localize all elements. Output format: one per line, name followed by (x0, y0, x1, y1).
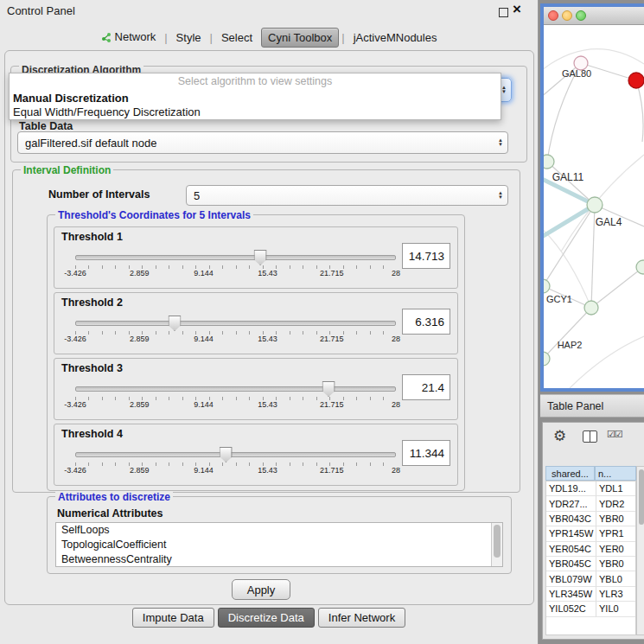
node-gal11[interactable] (544, 155, 554, 169)
node-gal4[interactable] (587, 197, 603, 213)
cell: YBR043C (546, 512, 596, 526)
scale-tick-label: -3.426 (64, 335, 86, 343)
checkbox-filter-icon[interactable]: ☑☑ (607, 429, 622, 440)
close-traffic-light-icon[interactable] (548, 10, 558, 21)
zoom-traffic-light-icon[interactable] (576, 10, 586, 21)
tab-infer-network[interactable]: Infer Network (318, 608, 405, 628)
tab-impute-data[interactable]: Impute Data (132, 608, 214, 628)
list-item[interactable]: SelfLoops (56, 523, 502, 538)
cell: YBR045C (546, 557, 596, 571)
tab-style[interactable]: Style (170, 29, 207, 47)
numerical-attributes-label: Numerical Attributes (57, 507, 163, 520)
list-scrollbar[interactable] (491, 523, 502, 566)
slider-scale-labels: -3.4262.8599.14415.4321.71528 (75, 400, 396, 409)
threshold-2-slider[interactable] (75, 316, 396, 329)
network-view-window: GAL80 GAL11 GAL4 GCY1 HAP2 (540, 3, 644, 392)
top-tab-bar: Network | Style | Select Cyni Toolbox | … (0, 26, 538, 48)
interval-definition-title: Interval Definition (21, 164, 113, 176)
close-icon[interactable]: × (513, 1, 521, 18)
table-panel-window: ⚙ ☑☑ shared... n... YDL19...YDL1 YDR27..… (542, 422, 644, 640)
tab-jactivemodules[interactable]: jActiveMNodules (348, 29, 443, 47)
slider-thumb[interactable] (220, 447, 233, 462)
threshold-4-value-field[interactable]: 11.344 (402, 440, 450, 466)
node-label-gal4: GAL4 (596, 216, 622, 228)
gear-icon[interactable]: ⚙ (553, 427, 566, 445)
restore-icon[interactable] (499, 8, 508, 17)
scale-tick-label: 28 (392, 400, 400, 409)
tab-separator: | (341, 31, 344, 44)
columns-icon[interactable] (583, 430, 597, 443)
scale-tick-label: 15.43 (258, 335, 277, 343)
scale-tick-label: 21.715 (320, 335, 344, 343)
threshold-1-value-field[interactable]: 14.713 (402, 243, 450, 269)
slider-thumb[interactable] (169, 316, 182, 331)
table-row[interactable]: YLR345WYLR3 (546, 587, 635, 602)
table-data-value: galFiltered.sif default node (25, 132, 156, 153)
table-row[interactable]: YBR045CYBR0 (546, 557, 635, 571)
list-item[interactable]: TopologicalCoefficient (56, 538, 502, 552)
tab-network[interactable]: Network (95, 28, 163, 48)
stepper-arrows-icon: ▲▼ (501, 86, 507, 94)
table-row[interactable]: YER054CYER0 (546, 542, 635, 557)
slider-scale-labels: -3.4262.8599.14415.4321.71528 (75, 269, 396, 277)
scale-tick-label: -3.426 (64, 269, 86, 277)
slider-track (75, 255, 396, 260)
apply-button[interactable]: Apply (232, 579, 290, 600)
slider-thumb[interactable] (322, 381, 335, 397)
cell: YLR3 (596, 587, 635, 601)
table-row[interactable]: YDL19...YDL1 (546, 481, 635, 496)
scale-tick-label: 9.144 (194, 335, 214, 343)
threshold-4-slider[interactable] (75, 447, 396, 461)
cell: YIL0 (596, 602, 635, 615)
threshold-4-box: Threshold 4 -3.4262.8599.14415.4321.7152… (54, 424, 458, 486)
node-gcy1[interactable] (544, 279, 550, 293)
table-row[interactable]: YBL079WYBL0 (546, 571, 635, 586)
scale-tick-label: -3.426 (64, 400, 86, 409)
scale-tick-label: 15.43 (258, 269, 277, 277)
network-icon (101, 32, 112, 45)
slider-track (75, 452, 396, 457)
table-row[interactable]: YIL052CYIL0 (546, 602, 635, 616)
slider-thumb[interactable] (254, 250, 267, 265)
table-panel-title: Table Panel (547, 400, 603, 412)
node-label-gcy1: GCY1 (546, 294, 572, 304)
cell: YIL052C (546, 602, 596, 615)
network-canvas[interactable]: GAL80 GAL11 GAL4 GCY1 HAP2 (544, 25, 644, 388)
table-data-combo[interactable]: galFiltered.sif default node ▲▼ (17, 131, 508, 154)
threshold-1-label: Threshold 1 (61, 231, 123, 243)
scale-tick-label: 2.859 (130, 400, 150, 409)
algorithm-option-manual[interactable]: Manual Discretization (10, 92, 501, 105)
scale-tick-label: 28 (392, 335, 400, 343)
minimize-traffic-light-icon[interactable] (562, 10, 572, 21)
attributes-list[interactable]: SelfLoops TopologicalCoefficient Between… (55, 522, 503, 567)
algorithm-option-equal-width[interactable]: Equal Width/Frequency Discretization (10, 105, 501, 119)
tab-network-label: Network (115, 30, 156, 43)
threshold-3-slider[interactable] (75, 381, 396, 395)
table-data-label: Table Data (19, 120, 73, 132)
tab-discretize-data[interactable]: Discretize Data (218, 608, 315, 628)
scrollbar-thumb[interactable] (494, 525, 501, 558)
list-item[interactable]: BetweennessCentrality (56, 552, 502, 567)
column-header-name[interactable]: n... (595, 466, 636, 481)
attributes-group-title: Attributes to discretize (55, 491, 173, 503)
column-header-shared-name[interactable]: shared... (545, 466, 595, 481)
num-intervals-combo[interactable]: 5 ▲▼ (186, 185, 508, 206)
num-intervals-label: Number of Intervals (48, 188, 150, 201)
node-hap2[interactable] (544, 352, 550, 366)
threshold-2-value-field[interactable]: 6.316 (402, 309, 450, 335)
scrollbar-thumb[interactable] (639, 469, 644, 525)
node-selected-red[interactable] (628, 73, 644, 88)
table-row[interactable]: YPR145WYPR1 (546, 526, 635, 541)
node-unlabeled[interactable] (584, 301, 598, 315)
threshold-3-value-field[interactable]: 21.4 (402, 374, 450, 400)
table-row[interactable]: YDR27...YDR2 (546, 496, 635, 511)
scale-tick-label: 15.43 (258, 466, 277, 475)
threshold-1-slider[interactable] (75, 250, 396, 264)
tab-select[interactable]: Select (215, 29, 258, 47)
network-nodes[interactable] (544, 56, 644, 366)
table-scrollbar[interactable] (636, 466, 644, 635)
tab-cyni-toolbox[interactable]: Cyni Toolbox (261, 28, 339, 48)
table-body[interactable]: YDL19...YDL1 YDR27...YDR2 YBR043CYBR0 YP… (545, 481, 636, 635)
scale-tick-label: 9.144 (194, 466, 214, 475)
table-row[interactable]: YBR043CYBR0 (546, 512, 635, 526)
